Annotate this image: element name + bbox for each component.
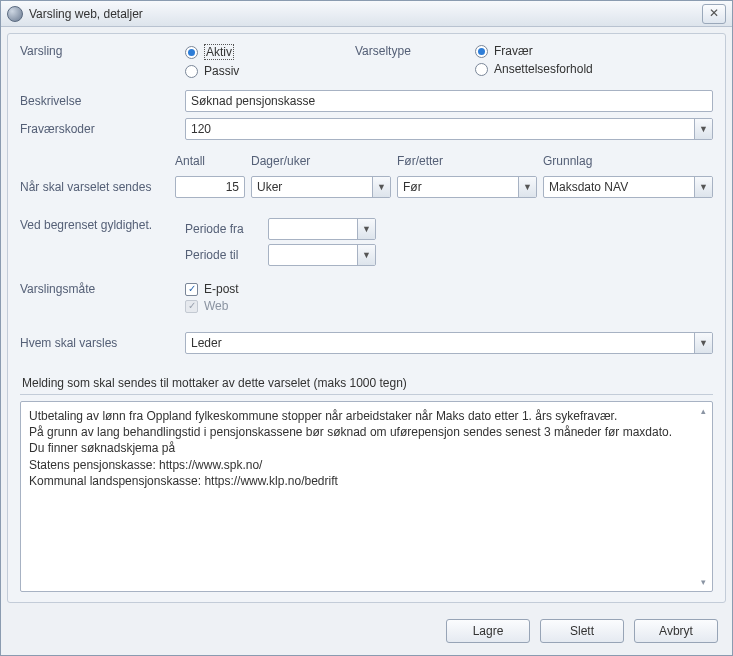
chevron-down-icon: ▼ [694, 119, 712, 139]
lagre-button[interactable]: Lagre [446, 619, 530, 643]
label-varslingsmaate: Varslingsmåte [20, 282, 185, 296]
checkbox-web [185, 300, 198, 313]
melding-textarea[interactable]: Utbetaling av lønn fra Oppland fylkeskom… [20, 401, 713, 592]
button-bar: Lagre Slett Avbryt [1, 609, 732, 655]
checkbox-epost[interactable] [185, 283, 198, 296]
melding-text: Utbetaling av lønn fra Oppland fylkeskom… [21, 402, 712, 591]
label-varseltype: Varseltype [355, 44, 475, 58]
label-naar: Når skal varselet sendes [20, 180, 175, 194]
beskrivelse-input[interactable] [185, 90, 713, 112]
scroll-down-icon: ▾ [696, 577, 710, 587]
radio-passiv-label: Passiv [204, 64, 239, 78]
scroll-up-icon: ▴ [696, 406, 710, 416]
col-antall: Antall [175, 154, 245, 170]
radio-fravaer-label: Fravær [494, 44, 533, 58]
label-beskrivelse: Beskrivelse [20, 94, 185, 108]
fravaerskoder-value: 120 [191, 122, 211, 136]
radio-ansettelse-label: Ansettelsesforhold [494, 62, 593, 76]
dager-uker-select[interactable]: Uker ▼ [251, 176, 391, 198]
chevron-down-icon: ▼ [372, 177, 390, 197]
radio-passiv[interactable] [185, 65, 198, 78]
label-fravaerskoder: Fraværskoder [20, 122, 185, 136]
foer-etter-select[interactable]: Før ▼ [397, 176, 537, 198]
foer-etter-value: Før [403, 180, 422, 194]
label-periode-til: Periode til [185, 248, 260, 262]
hvem-select[interactable]: Leder ▼ [185, 332, 713, 354]
col-dager-uker: Dager/uker [251, 154, 391, 170]
chevron-down-icon: ▼ [357, 219, 375, 239]
dialog-window: Varsling web, detaljer ✕ Varsling Aktiv … [0, 0, 733, 656]
close-icon: ✕ [709, 6, 719, 20]
checkbox-web-label: Web [204, 299, 228, 313]
close-button[interactable]: ✕ [702, 4, 726, 24]
label-varsling: Varsling [20, 44, 185, 58]
avbryt-button[interactable]: Avbryt [634, 619, 718, 643]
window-title: Varsling web, detaljer [29, 7, 143, 21]
dager-uker-value: Uker [257, 180, 282, 194]
radio-ansettelse[interactable] [475, 63, 488, 76]
app-icon [7, 6, 23, 22]
chevron-down-icon: ▼ [694, 333, 712, 353]
chevron-down-icon: ▼ [694, 177, 712, 197]
periode-til-select[interactable]: ▼ [268, 244, 376, 266]
radio-aktiv-label: Aktiv [204, 44, 234, 60]
col-foer-etter: Før/etter [397, 154, 537, 170]
label-ved-begrenset: Ved begrenset gyldighet. [20, 218, 185, 232]
col-grunnlag: Grunnlag [543, 154, 713, 170]
chevron-down-icon: ▼ [518, 177, 536, 197]
fravaerskoder-select[interactable]: 120 ▼ [185, 118, 713, 140]
title-bar: Varsling web, detaljer ✕ [1, 1, 732, 27]
grunnlag-select[interactable]: Maksdato NAV ▼ [543, 176, 713, 198]
label-hvem: Hvem skal varsles [20, 336, 185, 350]
melding-section-header: Melding som skal sendes til mottaker av … [20, 372, 713, 395]
grunnlag-value: Maksdato NAV [549, 180, 628, 194]
antall-input[interactable] [175, 176, 245, 198]
form-content: Varsling Aktiv Passiv Varseltype Fravær [7, 33, 726, 603]
hvem-value: Leder [191, 336, 222, 350]
chevron-down-icon: ▼ [357, 245, 375, 265]
radio-fravaer[interactable] [475, 45, 488, 58]
label-periode-fra: Periode fra [185, 222, 260, 236]
periode-fra-select[interactable]: ▼ [268, 218, 376, 240]
checkbox-epost-label: E-post [204, 282, 239, 296]
slett-button[interactable]: Slett [540, 619, 624, 643]
radio-aktiv[interactable] [185, 46, 198, 59]
